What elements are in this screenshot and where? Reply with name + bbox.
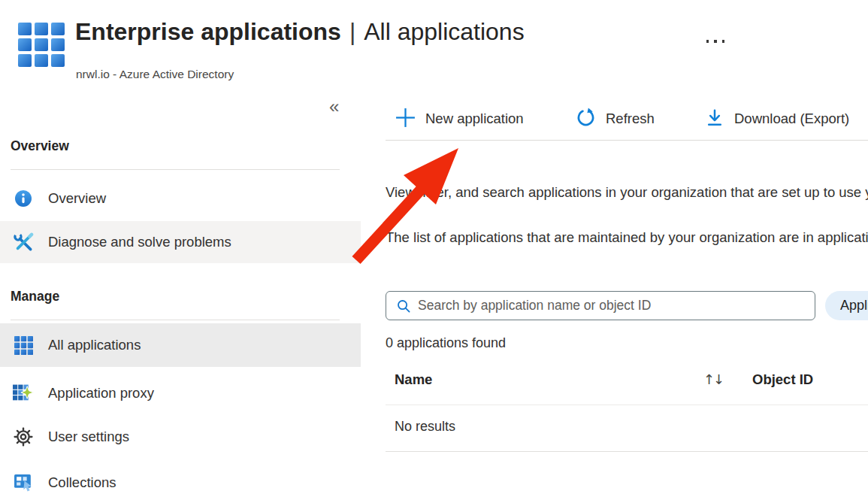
- new-application-button[interactable]: New application: [395, 104, 524, 134]
- search-input[interactable]: [418, 292, 809, 320]
- enterprise-applications-page: Enterprise applications|All applications…: [0, 0, 868, 503]
- table-header-divider: [386, 405, 868, 405]
- proxy-icon: [12, 383, 35, 403]
- sidebar-item-user-settings[interactable]: User settings: [0, 417, 361, 457]
- sort-icon[interactable]: ↑↓: [703, 371, 723, 387]
- sidebar-item-label: Application proxy: [48, 385, 154, 401]
- refresh-icon: [576, 108, 596, 130]
- results-count: 0 applications found: [386, 335, 506, 351]
- grid-icon: [12, 336, 35, 355]
- page-title-separator: |: [349, 18, 355, 45]
- refresh-button[interactable]: Refresh: [576, 104, 655, 134]
- sidebar-item-label: Overview: [48, 190, 106, 207]
- toolbar-divider: [386, 140, 868, 141]
- page-title-secondary: All applications: [364, 18, 524, 45]
- more-dot: [706, 40, 709, 43]
- sidebar-item-collections[interactable]: Collections: [0, 462, 361, 503]
- breadcrumb-subtitle: nrwl.io - Azure Active Directory: [76, 68, 234, 81]
- sidebar-item-label: All applications: [48, 337, 141, 353]
- plus-icon: [395, 107, 416, 131]
- refresh-label: Refresh: [606, 111, 655, 127]
- sidebar-item-label: Diagnose and solve problems: [48, 234, 231, 250]
- sidebar-divider: [11, 320, 340, 320]
- download-export-label: Download (Export): [734, 111, 849, 127]
- sidebar-item-application-proxy[interactable]: Application proxy: [0, 373, 361, 414]
- tools-icon: [12, 232, 35, 253]
- gear-icon: [12, 427, 35, 447]
- filter-pill-label: Application type: [840, 298, 868, 314]
- enterprise-applications-icon: [18, 23, 65, 71]
- collapse-sidebar-button[interactable]: «: [329, 96, 339, 117]
- more-dot: [722, 40, 725, 43]
- description-line-1: View, filter, and search applications in…: [386, 184, 868, 201]
- page-title: Enterprise applications|All applications: [75, 18, 525, 46]
- more-dot: [714, 40, 717, 43]
- search-icon: [396, 298, 412, 317]
- table-empty-text: No results: [395, 419, 455, 435]
- sidebar-section-manage: Manage: [11, 289, 59, 305]
- info-icon: [12, 189, 35, 208]
- download-export-button[interactable]: Download (Export): [705, 104, 849, 134]
- description-line-2: The list of applications that are mainta…: [386, 229, 868, 246]
- sidebar-item-overview[interactable]: Overview: [0, 180, 361, 217]
- table-bottom-divider: [386, 451, 868, 452]
- collections-icon: [12, 472, 35, 492]
- new-application-label: New application: [425, 111, 524, 127]
- page-title-primary: Enterprise applications: [75, 18, 341, 45]
- sidebar-section-overview: Overview: [11, 138, 69, 154]
- application-search-box: [386, 291, 815, 320]
- sidebar-item-diagnose-and-solve-problems[interactable]: Diagnose and solve problems: [0, 221, 361, 263]
- more-icon[interactable]: [699, 32, 732, 51]
- application-type-filter-pill[interactable]: Application type: [825, 291, 868, 320]
- sidebar-item-label: Collections: [48, 474, 116, 491]
- column-header-name[interactable]: Name: [395, 371, 432, 388]
- sidebar-item-label: User settings: [48, 429, 129, 445]
- column-header-object-id[interactable]: Object ID: [752, 371, 813, 388]
- download-icon: [705, 108, 724, 130]
- sidebar-item-all-applications[interactable]: All applications: [0, 323, 361, 367]
- sidebar-divider: [11, 169, 340, 170]
